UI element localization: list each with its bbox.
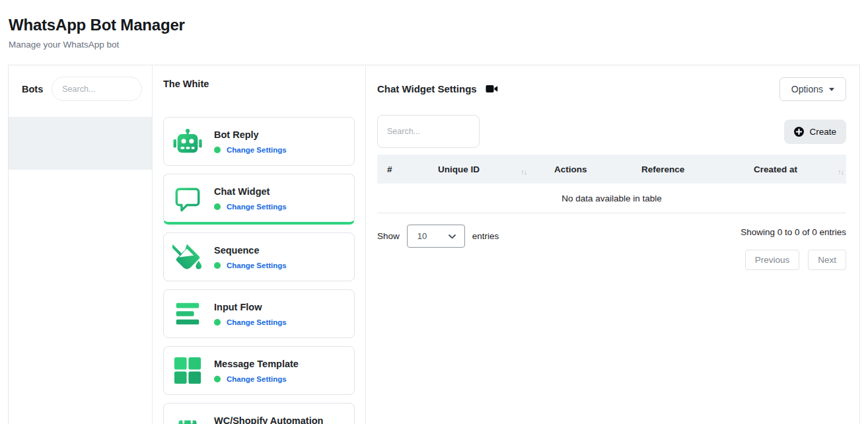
bots-sidebar-header: Bots — [9, 65, 152, 101]
settings-title: Chat Widget Settings — [377, 83, 477, 94]
whatsapp-bot-manager-page: WhatsApp Bot Manager Manage your WhatsAp… — [0, 0, 868, 424]
feature-card-title: Message Template — [214, 359, 299, 369]
robot-icon — [172, 126, 203, 157]
change-settings-link[interactable]: Change Settings — [227, 375, 287, 383]
column-header-unique-id[interactable]: Unique ID ↑↓ — [438, 162, 554, 176]
feature-card-title: Bot Reply — [214, 129, 287, 140]
next-button[interactable]: Next — [808, 250, 846, 270]
shopping-bag-icon — [172, 412, 203, 424]
status-dot — [214, 147, 221, 153]
bots-sidebar: Bots — [9, 65, 153, 424]
status-dot — [214, 203, 221, 210]
page-size-select[interactable]: 10 — [407, 225, 465, 248]
change-settings-link[interactable]: Change Settings — [227, 146, 287, 154]
options-button[interactable]: Options — [779, 77, 846, 101]
table-info-text: Showing 0 to 0 of 0 entries — [741, 227, 846, 237]
column-header-number: # — [377, 164, 438, 174]
bots-search-input[interactable] — [52, 77, 142, 101]
status-dot — [214, 376, 221, 382]
feature-card-wc-shopify-automation[interactable]: WC/Shopify Automation Change Settings — [163, 403, 355, 424]
chat-widget-settings-panel: Chat Widget Settings Options — [366, 65, 859, 424]
table-header-row: # Unique ID ↑↓ Actions Reference Created… — [377, 155, 846, 184]
page-title: WhatsApp Bot Manager — [9, 16, 859, 34]
sort-icon: ↑↓ — [838, 168, 844, 176]
video-camera-icon[interactable] — [486, 84, 498, 94]
previous-button[interactable]: Previous — [745, 250, 800, 270]
chevron-down-icon — [448, 234, 456, 239]
paint-bucket-icon — [172, 242, 203, 272]
bot-list-item-selected[interactable] — [9, 117, 152, 170]
chat-bubble-icon — [172, 183, 203, 213]
change-settings-link[interactable]: Change Settings — [227, 262, 287, 269]
show-label: Show — [377, 231, 400, 241]
feature-card-title: Chat Widget — [214, 186, 287, 197]
page-subtitle: Manage your WhatsApp bot — [9, 40, 859, 50]
status-dot — [214, 319, 221, 326]
feature-card-chat-widget[interactable]: Chat Widget Change Settings — [163, 174, 355, 225]
feature-card-sequence[interactable]: Sequence Change Settings — [163, 232, 355, 281]
bots-label: Bots — [22, 84, 43, 94]
table-search-input[interactable] — [377, 115, 480, 148]
change-settings-link[interactable]: Change Settings — [227, 318, 287, 326]
entries-label: entries — [472, 231, 499, 241]
pagination: Previous Next — [377, 250, 846, 270]
bot-features-panel: The White — [153, 65, 366, 424]
feature-card-title: Input Flow — [214, 302, 287, 312]
table-footer: Show 10 entries Showing 0 to 0 of 0 entr… — [377, 225, 846, 248]
sort-icon: ↑↓ — [521, 168, 526, 176]
feature-card-bot-reply[interactable]: Bot Reply Change Settings — [163, 117, 355, 166]
main-card: Bots The White — [8, 65, 860, 424]
change-settings-link[interactable]: Change Settings — [227, 203, 287, 211]
status-dot — [214, 262, 221, 269]
column-header-actions: Actions — [554, 164, 641, 174]
column-header-reference: Reference — [641, 164, 754, 174]
caret-down-icon — [829, 88, 834, 91]
grid-icon — [172, 355, 203, 386]
create-button[interactable]: Create — [784, 120, 846, 144]
plus-circle-icon — [794, 127, 804, 137]
feature-card-message-template[interactable]: Message Template Change Settings — [163, 346, 355, 395]
table-toolbar: Create — [377, 115, 846, 148]
table-empty-message: No data available in table — [377, 184, 846, 213]
list-bars-icon — [172, 299, 203, 329]
feature-card-title: WC/Shopify Automation — [214, 415, 323, 424]
feature-card-list: Bot Reply Change Settings — [163, 117, 355, 424]
chat-widget-table: # Unique ID ↑↓ Actions Reference Created… — [377, 155, 846, 213]
column-header-created-at[interactable]: Created at ↑↓ — [754, 162, 846, 176]
bot-name: The White — [163, 79, 355, 89]
feature-card-input-flow[interactable]: Input Flow Change Settings — [163, 289, 355, 338]
feature-card-title: Sequence — [214, 245, 287, 256]
app-header: WhatsApp Bot Manager Manage your WhatsAp… — [0, 0, 868, 50]
settings-header: Chat Widget Settings Options — [377, 77, 846, 101]
